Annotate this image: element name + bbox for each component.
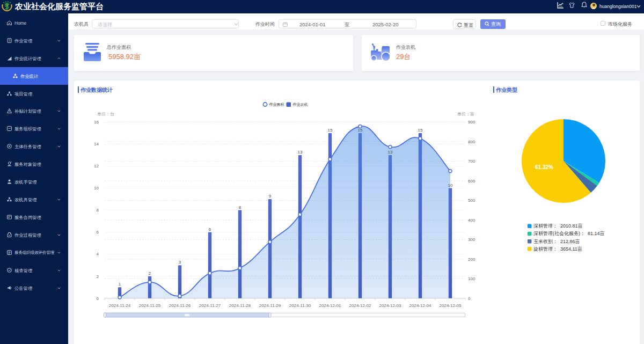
svg-text:玉米收割： 212.86亩: 玉米收割： 212.86亩 (533, 239, 580, 244)
svg-text:深耕管理(社会化服务)： 81.14亩: 深耕管理(社会化服务)： 81.14亩 (533, 231, 605, 236)
svg-text:深耕管理： 2010.81亩: 深耕管理： 2010.81亩 (533, 223, 583, 229)
svg-text:61.32%: 61.32% (535, 164, 553, 170)
svg-text:旋耕管理： 3654.11亩: 旋耕管理： 3654.11亩 (533, 246, 582, 252)
